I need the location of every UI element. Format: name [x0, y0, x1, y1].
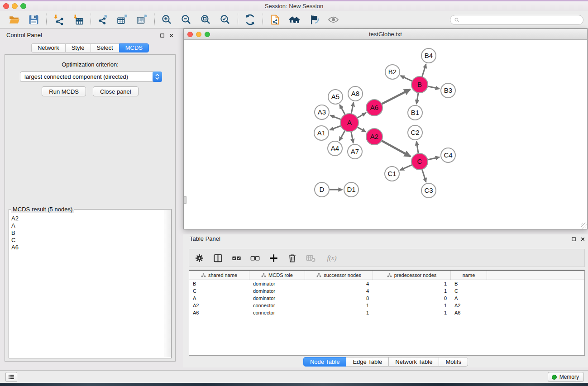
network-minimize-button[interactable] — [196, 32, 201, 37]
graph-node-A7[interactable]: A7 — [348, 144, 362, 159]
table-close-button[interactable] — [580, 237, 585, 242]
graph-edge-A-A5[interactable] — [340, 105, 346, 115]
cell-name[interactable]: A2 — [451, 303, 487, 308]
cell-mcds-role[interactable]: dominator — [249, 288, 305, 294]
mcds-result-scrollbar[interactable] — [164, 210, 171, 357]
add-button[interactable] — [268, 252, 280, 264]
graph-node-B3[interactable]: B3 — [441, 83, 455, 98]
table-row[interactable]: Adominator80A — [189, 295, 584, 302]
graph-edge-C-C2[interactable] — [416, 142, 418, 155]
close-panel-action-button[interactable]: Close panel — [93, 86, 139, 96]
cell-predecessor-nodes[interactable]: 1 — [373, 310, 451, 315]
network-canvas[interactable]: B4B2BB3A5A8A6A3B1AA1C2A2A4A7C4CC1C3DD1 — [184, 40, 587, 229]
graph-node-C2[interactable]: C2 — [408, 125, 422, 140]
birds-eye-handle[interactable] — [184, 196, 186, 204]
mcds-result-list[interactable]: A2ABCA6 — [10, 210, 163, 357]
cell-predecessor-nodes[interactable]: 1 — [373, 288, 451, 294]
open-folder-button[interactable] — [8, 13, 21, 27]
table-row[interactable]: A2connector11A2 — [189, 302, 584, 309]
column-header-name[interactable]: name — [451, 271, 487, 280]
float-panel-button[interactable] — [160, 33, 165, 38]
zoom-out-button[interactable] — [180, 13, 193, 27]
tab-motifs[interactable]: Motifs — [439, 357, 468, 367]
search-input[interactable] — [462, 17, 579, 23]
graph-node-D[interactable]: D — [315, 182, 329, 197]
cell-predecessor-nodes[interactable]: 1 — [373, 303, 451, 308]
tab-mcds[interactable]: MCDS — [119, 43, 149, 52]
cell-name[interactable]: C — [451, 288, 487, 294]
graph-edge-C-C1[interactable] — [400, 164, 413, 170]
refresh-button[interactable] — [244, 13, 257, 27]
open-session-button[interactable] — [268, 13, 282, 27]
task-history-button[interactable] — [5, 372, 17, 382]
hide-graphics-details-button[interactable] — [307, 13, 321, 27]
graph-edge-B-B1[interactable] — [416, 92, 418, 104]
graph-edge-A-A1[interactable] — [330, 125, 342, 130]
graph-node-A[interactable]: A — [340, 114, 359, 132]
export-network-button[interactable] — [96, 13, 110, 27]
graph-edge-A-A2[interactable] — [357, 127, 366, 132]
table-row[interactable]: A6connector11A6 — [189, 309, 584, 316]
graph-edge-A2-C[interactable] — [381, 140, 410, 157]
cell-successor-nodes[interactable]: 4 — [305, 281, 373, 286]
graph-edge-A-A4[interactable] — [339, 130, 345, 141]
zoom-in-button[interactable] — [160, 13, 174, 27]
graph-node-B[interactable]: B — [411, 76, 428, 93]
cell-predecessor-nodes[interactable]: 0 — [373, 295, 451, 301]
network-window-titlebar[interactable]: testGlobe.txt — [184, 29, 587, 40]
graph-node-C3[interactable]: C3 — [421, 183, 436, 198]
mcds-result-item[interactable]: A — [11, 222, 163, 229]
mcds-result-item[interactable]: C — [11, 237, 163, 244]
cell-mcds-role[interactable]: dominator — [249, 281, 305, 286]
cell-shared-name[interactable]: B — [189, 281, 249, 286]
column-header-predecessor-nodes[interactable]: predecessor nodes — [373, 271, 451, 280]
graph-node-A3[interactable]: A3 — [315, 105, 329, 119]
cell-successor-nodes[interactable]: 8 — [305, 295, 373, 301]
graph-node-B4[interactable]: B4 — [421, 48, 436, 63]
cell-mcds-role[interactable]: connector — [249, 303, 305, 308]
graph-node-A2[interactable]: A2 — [366, 129, 382, 145]
zoom-selected-button[interactable] — [219, 13, 232, 27]
mcds-result-item[interactable]: A6 — [11, 244, 163, 251]
export-image-button[interactable] — [135, 13, 149, 27]
cell-predecessor-nodes[interactable]: 1 — [373, 281, 451, 286]
network-maximize-button[interactable] — [205, 32, 210, 37]
close-panel-button[interactable] — [169, 33, 174, 38]
delete-table-button[interactable] — [305, 252, 317, 264]
graph-node-C1[interactable]: C1 — [385, 167, 399, 181]
mcds-result-item[interactable]: A2 — [11, 215, 163, 222]
cell-name[interactable]: A — [451, 295, 487, 301]
tab-select[interactable]: Select — [91, 43, 119, 52]
eye-button[interactable] — [327, 13, 340, 27]
graph-node-A5[interactable]: A5 — [328, 90, 343, 104]
import-network-button[interactable] — [52, 13, 66, 27]
graph-edge-C-C4[interactable] — [427, 157, 440, 160]
cell-name[interactable]: B — [451, 281, 487, 286]
split-columns-button[interactable] — [212, 252, 224, 264]
cell-shared-name[interactable]: A — [189, 295, 249, 301]
cell-name[interactable]: A6 — [451, 310, 487, 315]
column-header-successor-nodes[interactable]: successor nodes — [305, 271, 373, 280]
criterion-dropdown[interactable]: largest connected component (directed) — [20, 71, 162, 82]
cell-shared-name[interactable]: A2 — [189, 303, 249, 308]
export-table-button[interactable] — [116, 13, 129, 27]
network-close-button[interactable] — [187, 32, 193, 37]
function-button[interactable]: f(x) — [324, 252, 340, 264]
minimize-window-button[interactable] — [12, 3, 18, 9]
graph-node-B2[interactable]: B2 — [385, 65, 400, 79]
cell-mcds-role[interactable]: dominator — [249, 295, 305, 301]
deselect-all-button[interactable] — [249, 252, 261, 264]
tab-network[interactable]: Network — [31, 43, 65, 52]
graph-node-C[interactable]: C — [411, 153, 428, 170]
close-window-button[interactable] — [3, 3, 9, 9]
memory-button[interactable]: Memory — [548, 372, 584, 382]
graph-edge-B-B2[interactable] — [401, 76, 413, 81]
tab-edge-table[interactable]: Edge Table — [346, 357, 388, 367]
graph-node-A1[interactable]: A1 — [314, 126, 329, 140]
graph-node-A6[interactable]: A6 — [366, 100, 382, 116]
table-row[interactable]: Cdominator41C — [189, 287, 584, 295]
table-float-button[interactable] — [571, 237, 576, 242]
graph-node-D1[interactable]: D1 — [344, 182, 359, 197]
gear-button[interactable] — [194, 252, 206, 264]
network-graph[interactable]: B4B2BB3A5A8A6A3B1AA1C2A2A4A7C4CC1C3DD1 — [184, 40, 587, 229]
